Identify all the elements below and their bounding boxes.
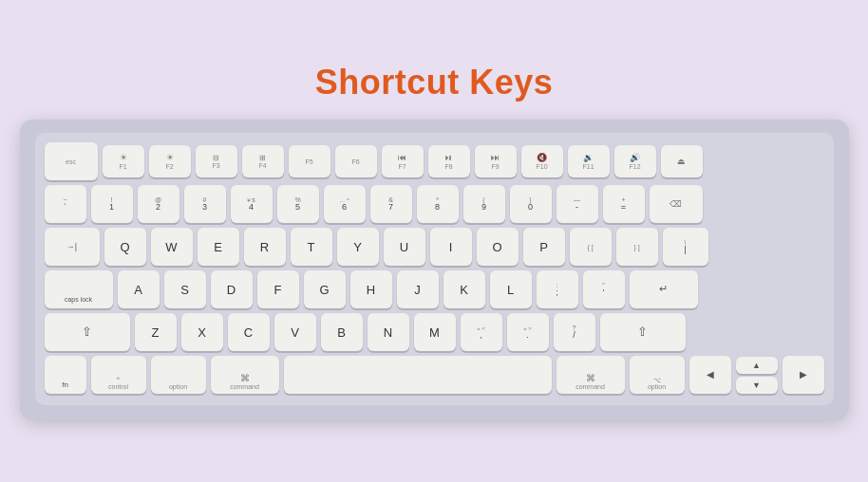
key-equals[interactable]: +=: [603, 185, 645, 223]
key-i[interactable]: I: [430, 228, 472, 266]
key-arrow-down[interactable]: ▼: [736, 377, 778, 394]
key-f12[interactable]: 🔊F12: [614, 145, 656, 177]
key-caps-lock[interactable]: caps lock: [45, 270, 113, 308]
key-n[interactable]: N: [368, 313, 409, 351]
arrow-up-down-pair: ▲ ▼: [736, 357, 778, 394]
key-5[interactable]: %5: [277, 185, 319, 223]
key-d[interactable]: D: [211, 270, 253, 308]
fn-row: esc ☀F1 ☀F2 ⊟F3 ⊞F4 F5 F6 ⏮F7 ⏯F8 ⏭F9 🔇F…: [45, 142, 824, 180]
key-semicolon[interactable]: :;: [537, 270, 578, 308]
key-esc[interactable]: esc: [45, 142, 98, 180]
key-quote[interactable]: "': [583, 270, 625, 308]
key-f7[interactable]: ⏮F7: [382, 145, 424, 177]
key-c[interactable]: C: [228, 313, 270, 351]
key-s[interactable]: S: [164, 270, 206, 308]
key-z[interactable]: Z: [135, 313, 177, 351]
key-r[interactable]: R: [244, 228, 286, 266]
keyboard-wrap: esc ☀F1 ☀F2 ⊟F3 ⊞F4 F5 F6 ⏮F7 ⏯F8 ⏭F9 🔇F…: [20, 120, 849, 420]
number-row: ~` !1 @2 #3 ¥ $4 %5 … ^6 &7 *8 (9 )0 —- …: [45, 185, 824, 223]
key-f1[interactable]: ☀F1: [103, 145, 144, 177]
key-tab[interactable]: →|: [45, 228, 100, 266]
key-1[interactable]: !1: [91, 185, 133, 223]
key-l[interactable]: L: [490, 270, 532, 308]
key-period[interactable]: » >.: [507, 313, 549, 351]
bottom-row: fn ^ control option ⌘ command ⌘ command …: [45, 356, 824, 394]
key-backspace[interactable]: ⌫: [650, 185, 703, 223]
key-f10[interactable]: 🔇F10: [521, 145, 563, 177]
key-bracket-open[interactable]: { [: [570, 228, 612, 266]
key-4[interactable]: ¥ $4: [231, 185, 273, 223]
key-f6[interactable]: F6: [335, 145, 377, 177]
key-f4[interactable]: ⊞F4: [242, 145, 284, 177]
key-0[interactable]: )0: [510, 185, 552, 223]
key-f2[interactable]: ☀F2: [149, 145, 191, 177]
key-8[interactable]: *8: [417, 185, 459, 223]
key-command-right[interactable]: ⌘ command: [557, 356, 625, 394]
key-spacebar[interactable]: [284, 356, 552, 394]
key-backslash[interactable]: \|: [663, 228, 708, 266]
key-slash[interactable]: ?/: [554, 313, 595, 351]
key-arrow-up[interactable]: ▲: [736, 357, 778, 374]
key-control[interactable]: ^ control: [91, 356, 146, 394]
key-f3[interactable]: ⊟F3: [196, 145, 237, 177]
keyboard: esc ☀F1 ☀F2 ⊟F3 ⊞F4 F5 F6 ⏮F7 ⏯F8 ⏭F9 🔇F…: [35, 133, 834, 405]
key-t[interactable]: T: [291, 228, 332, 266]
key-6[interactable]: … ^6: [324, 185, 366, 223]
key-7[interactable]: &7: [370, 185, 412, 223]
key-a[interactable]: A: [118, 270, 160, 308]
qwerty-row: →| Q W E R T Y U I O P { [ } ] \|: [45, 228, 824, 266]
key-y[interactable]: Y: [337, 228, 379, 266]
key-2[interactable]: @2: [138, 185, 179, 223]
key-3[interactable]: #3: [184, 185, 226, 223]
zxcv-row: ⇧ Z X C V B N M « <, » >. ?/ ⇧: [45, 313, 824, 351]
key-x[interactable]: X: [181, 313, 223, 351]
key-f11[interactable]: 🔉F11: [568, 145, 610, 177]
key-h[interactable]: H: [350, 270, 392, 308]
key-q[interactable]: Q: [104, 228, 146, 266]
key-bracket-close[interactable]: } ]: [616, 228, 658, 266]
key-fn[interactable]: fn: [45, 356, 86, 394]
key-m[interactable]: M: [414, 313, 456, 351]
key-w[interactable]: W: [151, 228, 193, 266]
key-v[interactable]: V: [274, 313, 316, 351]
key-f8[interactable]: ⏯F8: [428, 145, 470, 177]
key-p[interactable]: P: [523, 228, 565, 266]
key-option-right[interactable]: ⌥ option: [630, 356, 685, 394]
key-command-left[interactable]: ⌘ command: [211, 356, 279, 394]
key-b[interactable]: B: [321, 313, 363, 351]
key-u[interactable]: U: [384, 228, 425, 266]
key-shift-left[interactable]: ⇧: [45, 313, 130, 351]
key-e[interactable]: E: [198, 228, 239, 266]
key-arrow-left[interactable]: ◀: [689, 356, 731, 394]
asdf-row: caps lock A S D F G H J K L :; "' ↵: [45, 270, 824, 308]
key-minus[interactable]: —-: [557, 185, 598, 223]
key-j[interactable]: J: [397, 270, 439, 308]
key-shift-right[interactable]: ⇧: [600, 313, 686, 351]
key-o[interactable]: O: [477, 228, 519, 266]
key-f[interactable]: F: [257, 270, 299, 308]
key-f5[interactable]: F5: [289, 145, 330, 177]
key-f9[interactable]: ⏭F9: [475, 145, 517, 177]
key-eject[interactable]: ⏏: [661, 145, 703, 177]
page-title: Shortcut Keys: [315, 63, 554, 102]
key-arrow-right[interactable]: ▶: [783, 356, 824, 394]
key-k[interactable]: K: [443, 270, 485, 308]
key-option-left[interactable]: option: [151, 356, 206, 394]
key-backtick[interactable]: ~`: [45, 185, 86, 223]
key-9[interactable]: (9: [463, 185, 505, 223]
key-comma[interactable]: « <,: [461, 313, 502, 351]
key-enter[interactable]: ↵: [630, 270, 698, 308]
key-g[interactable]: G: [304, 270, 346, 308]
